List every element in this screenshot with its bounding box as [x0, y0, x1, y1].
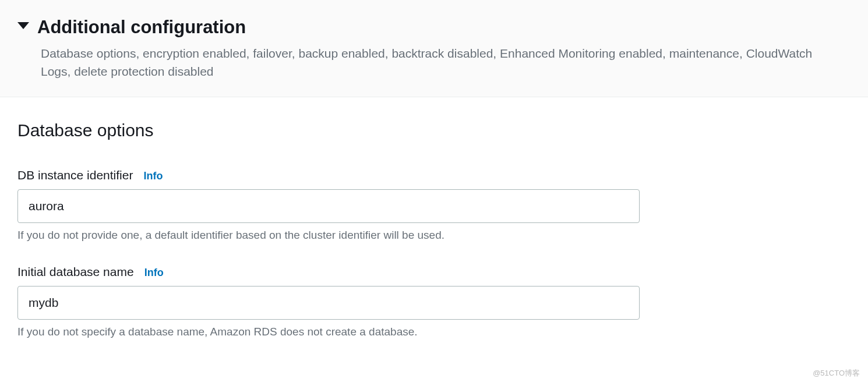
db-instance-identifier-input[interactable]	[17, 189, 640, 223]
db-instance-identifier-group: DB instance identifier Info If you do no…	[17, 168, 851, 242]
database-options-section: Database options DB instance identifier …	[0, 97, 868, 379]
section-summary: Database options, encryption enabled, fa…	[41, 45, 845, 80]
info-link[interactable]: Info	[143, 170, 163, 182]
initial-database-name-group: Initial database name Info If you do not…	[17, 265, 851, 338]
database-options-heading: Database options	[17, 121, 851, 140]
watermark: @51CTO博客	[813, 368, 860, 379]
initial-database-name-label: Initial database name	[17, 265, 134, 279]
info-link[interactable]: Info	[144, 267, 164, 279]
field-label-row: Initial database name Info	[17, 265, 851, 279]
section-title: Additional configuration	[37, 16, 246, 38]
additional-configuration-header: Additional configuration Database option…	[0, 0, 868, 97]
db-instance-identifier-label: DB instance identifier	[17, 168, 133, 182]
caret-down-icon[interactable]	[17, 22, 29, 29]
initial-database-name-input[interactable]	[17, 286, 640, 320]
field-label-row: DB instance identifier Info	[17, 168, 851, 182]
initial-database-name-hint: If you do not specify a database name, A…	[17, 326, 851, 338]
header-title-row[interactable]: Additional configuration	[17, 16, 851, 38]
db-instance-identifier-hint: If you do not provide one, a default ide…	[17, 229, 851, 242]
